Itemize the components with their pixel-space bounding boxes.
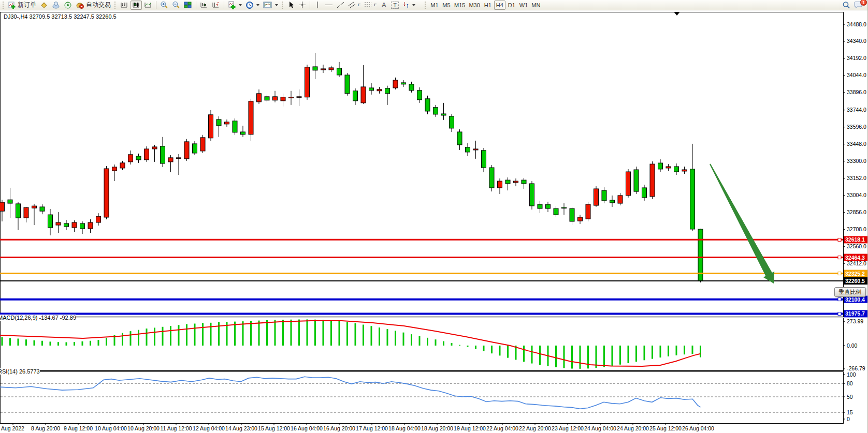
candle-body [473, 149, 478, 150]
line-chart-button[interactable] [142, 1, 154, 10]
candle-body [594, 189, 599, 205]
candle-body [112, 167, 117, 171]
timeframe-h4-button[interactable]: H4 [494, 1, 505, 10]
new-order-label: 新订单 [18, 1, 36, 9]
templates-caret-icon [275, 4, 278, 6]
main-pane [1, 12, 844, 317]
profiles-button[interactable] [50, 1, 62, 10]
autotrading-icon [76, 1, 84, 9]
time-tick-label: 18 Aug 20:00 [421, 425, 453, 431]
timeframe-m5-button[interactable]: M5 [441, 1, 452, 10]
macd-tick-label: 273.99 [847, 318, 863, 324]
timeframe-m1-button[interactable]: M1 [429, 1, 440, 10]
search-button[interactable] [841, 1, 852, 10]
auto-scroll-button[interactable] [198, 1, 210, 10]
vertical-scale-tooltip: 垂直比例 [834, 287, 866, 297]
timeframe-h1-button[interactable]: H1 [482, 1, 494, 10]
symbols-button[interactable] [38, 1, 50, 10]
tile-windows-button[interactable] [182, 1, 194, 10]
candle-body [554, 208, 558, 215]
toolbar-grip[interactable] [282, 2, 284, 9]
price-tick-label: 32708.0 [847, 226, 866, 232]
chart-canvas[interactable]: 34488.034340.034192.034044.033896.033744… [0, 0, 868, 433]
candle-body [345, 75, 350, 94]
bar-chart-button[interactable] [119, 1, 130, 10]
chart-shift-button[interactable] [210, 1, 222, 10]
candle-body [305, 67, 310, 97]
price-tag-label: 32100.4 [845, 296, 865, 303]
timeframe-group: M1M5M15M30H1H4D1W1MN [429, 1, 542, 10]
rsi-tick-label: 80 [847, 380, 853, 386]
templates-button[interactable] [262, 1, 280, 10]
horizontal-line-tool-button[interactable] [323, 1, 335, 10]
timeframe-mn-button[interactable]: MN [530, 1, 542, 10]
periods-clock-icon [245, 1, 254, 9]
periods-caret-icon [256, 4, 259, 6]
chart-title: DJ30-,H4 32709.5 32713.5 32247.5 32260.5 [4, 13, 117, 20]
toolbar-grip[interactable] [425, 2, 427, 9]
toolbar-grip[interactable] [3, 2, 5, 9]
indicators-caret-icon [239, 4, 242, 6]
candle-body [8, 200, 12, 203]
trendline-tool-button[interactable] [335, 1, 346, 10]
candle-body [642, 188, 647, 198]
horizontal-line-icon [325, 1, 333, 9]
hline-handle [838, 238, 841, 241]
templates-icon [263, 1, 272, 9]
time-tick-label: 24 Aug 20:00 [617, 425, 649, 431]
vertical-line-tool-button[interactable] [312, 1, 323, 10]
arrows-tool-button[interactable] [401, 1, 417, 10]
price-tick-label: 33896.0 [847, 89, 866, 95]
candle-body [610, 200, 615, 203]
text-tool-button[interactable]: A [379, 1, 389, 10]
candle-body [514, 181, 518, 183]
crosshair-button[interactable] [297, 1, 308, 10]
zoom-out-button[interactable] [170, 1, 182, 10]
notifications-button[interactable]: 1 [852, 1, 864, 10]
new-order-button[interactable]: 新订单 [7, 1, 38, 10]
time-tick-label: 17 Aug 12:00 [356, 425, 388, 431]
autotrading-button[interactable]: 自动交易 [74, 1, 112, 10]
timeframe-w1-button[interactable]: W1 [518, 1, 530, 10]
candle-body [329, 68, 334, 70]
candle-body [193, 144, 197, 153]
time-tick-label: 25 Aug 12:00 [649, 425, 682, 431]
candle-chart-button[interactable] [131, 1, 142, 10]
fibonacci-tool-button[interactable]: F [363, 1, 378, 10]
candle-body [385, 88, 390, 94]
price-tag-label: 31975.7 [845, 310, 865, 317]
timeframe-d1-button[interactable]: D1 [506, 1, 517, 10]
zoom-in-button[interactable] [158, 1, 170, 10]
rsi-tick-label: 100 [847, 371, 856, 378]
label-tool-button[interactable]: T [389, 1, 400, 10]
toolbar-grip[interactable] [114, 2, 117, 9]
candle-body [682, 170, 687, 171]
toolbar-separator [224, 1, 224, 9]
candle-body [16, 204, 21, 218]
candle-body [161, 146, 165, 163]
candle-body [441, 114, 446, 115]
candle-body [626, 172, 631, 196]
arrows-caret-icon [412, 4, 415, 6]
candle-body [482, 151, 486, 168]
vertical-line-icon [314, 1, 321, 9]
timeframe-m15-button[interactable]: M15 [453, 1, 467, 10]
candle-body [177, 158, 181, 159]
text-tool-label: A [382, 1, 386, 9]
rsi-tick-label: 0 [847, 416, 850, 422]
candle-body [273, 97, 278, 100]
periods-button[interactable] [244, 1, 261, 10]
timeframe-m30-button[interactable]: M30 [467, 1, 481, 10]
candle-chart-icon [132, 1, 140, 9]
candle-body [168, 158, 173, 162]
profiles-icon [52, 1, 60, 9]
candle-body [369, 88, 374, 91]
channel-tool-button[interactable]: E [346, 1, 362, 10]
indicators-button[interactable] [226, 1, 243, 10]
signals-button[interactable] [62, 1, 74, 10]
fibonacci-sub-label: F [374, 3, 377, 7]
cursor-button[interactable] [286, 1, 296, 10]
price-tag-label: 32260.5 [845, 278, 865, 284]
toolbar: 新订单 自动交易 [0, 0, 867, 10]
price-tag-label: 32618.1 [845, 236, 865, 243]
